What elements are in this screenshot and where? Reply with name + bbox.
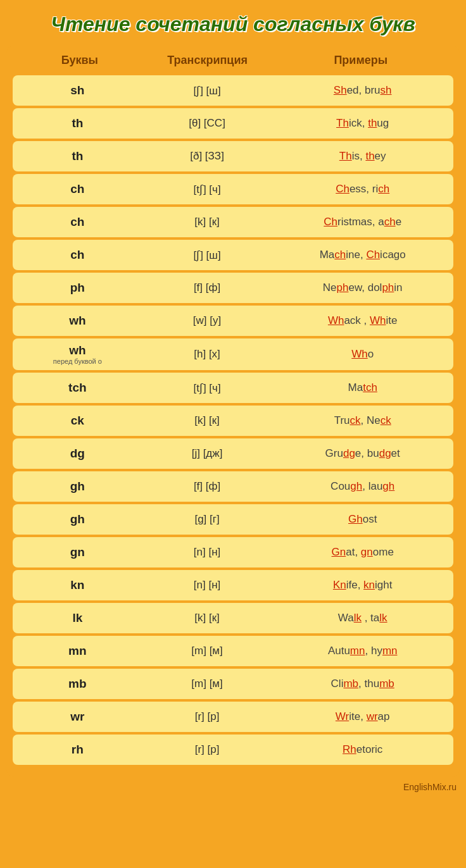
cell-letters: mb xyxy=(13,672,142,696)
cell-transcription: [j] [дж] xyxy=(142,442,272,465)
header-examples: Примеры xyxy=(272,54,450,67)
table-row: gh[f] [ф]Cough, laugh xyxy=(13,471,453,502)
cell-letters: gn xyxy=(13,540,142,564)
cell-examples: Chess, rich xyxy=(272,178,453,201)
table-row: wr[r] [р]Write, wrap xyxy=(13,702,453,732)
cell-examples: Match xyxy=(272,376,453,399)
cell-letters: ck xyxy=(13,409,142,433)
cell-transcription: [ð] [ЗЗ] xyxy=(142,145,272,168)
cell-transcription: [r] [р] xyxy=(142,738,272,761)
table-row: mb[m] [м]Climb, thumb xyxy=(13,669,453,699)
cell-transcription: [g] [г] xyxy=(142,508,272,531)
table-row: ph[f] [ф]Nephew, dolphin xyxy=(13,273,453,303)
cell-examples: Ghost xyxy=(272,508,453,531)
table-row: tch[tʃ] [ч]Match xyxy=(13,373,453,403)
cell-transcription: [f] [ф] xyxy=(142,276,272,299)
cell-examples: Rhetoric xyxy=(272,738,453,761)
cell-transcription: [k] [к] xyxy=(142,211,272,233)
cell-transcription: [k] [к] xyxy=(142,409,272,432)
cell-examples: Christmas, ache xyxy=(272,211,453,233)
cell-transcription: [m] [м] xyxy=(142,673,272,695)
cell-letters: th xyxy=(13,111,142,135)
main-table: Буквы Транскрипция Примеры sh[ʃ] [ш]Shed… xyxy=(6,46,460,777)
cell-transcription: [tʃ] [ч] xyxy=(142,376,272,400)
table-row: th[ð] [ЗЗ]This, they xyxy=(13,141,453,171)
cell-transcription: [k] [к] xyxy=(142,607,272,629)
cell-letters: ch xyxy=(13,177,142,201)
table-row: sh[ʃ] [ш]Shed, brush xyxy=(13,75,453,106)
cell-letters: gh xyxy=(13,507,142,531)
table-header: Буквы Транскрипция Примеры xyxy=(13,49,453,72)
table-row: mn[m] [м]Autumn, hymn xyxy=(13,636,453,666)
cell-examples: Whack , White xyxy=(272,309,453,332)
cell-letters: dg xyxy=(13,442,142,466)
cell-examples: Truck, Neck xyxy=(272,409,453,432)
cell-letters: ch xyxy=(13,210,142,234)
cell-examples: Thick, thug xyxy=(272,112,453,135)
cell-examples: Walk , talk xyxy=(272,607,453,629)
cell-letters: sh xyxy=(13,78,142,102)
table-row: rh[r] [р]Rhetoric xyxy=(13,735,453,765)
table-row: whперед буквой о[h] [х]Who xyxy=(13,338,453,370)
cell-transcription: [n] [н] xyxy=(142,541,272,564)
cell-examples: Shed, brush xyxy=(272,79,453,102)
cell-examples: Grudge, budget xyxy=(272,442,453,465)
cell-transcription: [f] [ф] xyxy=(142,475,272,498)
cell-transcription: [m] [м] xyxy=(142,640,272,662)
header-transcription: Транскрипция xyxy=(144,54,272,67)
table-row: dg[j] [дж]Grudge, budget xyxy=(13,438,453,469)
cell-letters: rh xyxy=(13,738,142,762)
cell-transcription: [n] [н] xyxy=(142,574,272,597)
cell-transcription: [θ] [СС] xyxy=(142,112,272,135)
cell-transcription: [r] [р] xyxy=(142,705,272,728)
table-row: kn[n] [н]Knife, knight xyxy=(13,570,453,600)
cell-letters: mn xyxy=(13,639,142,663)
cell-letters: tch xyxy=(13,376,142,400)
table-row: gn[n] [н]Gnat, gnome xyxy=(13,537,453,567)
cell-examples: This, they xyxy=(272,145,453,168)
cell-examples: Autumn, hymn xyxy=(272,640,453,662)
cell-letters: wr xyxy=(13,705,142,729)
table-row: lk[k] [к]Walk , talk xyxy=(13,603,453,633)
table-row: gh[g] [г]Ghost xyxy=(13,504,453,535)
cell-letters: ph xyxy=(13,276,142,300)
cell-letters: ch xyxy=(13,243,142,267)
cell-letters: gh xyxy=(13,474,142,499)
cell-examples: Nephew, dolphin xyxy=(272,276,453,299)
cell-letters: th xyxy=(13,144,142,168)
cell-transcription: [tʃ] [ч] xyxy=(142,178,272,201)
cell-examples: Climb, thumb xyxy=(272,673,453,695)
cell-transcription: [ʃ] [ш] xyxy=(142,79,272,102)
title: Чтение сочетаний согласных букв xyxy=(6,13,460,36)
cell-letters: wh xyxy=(13,309,142,333)
table-row: ck[k] [к]Truck, Neck xyxy=(13,406,453,436)
cell-letters: lk xyxy=(13,606,142,630)
cell-examples: Knife, knight xyxy=(272,574,453,597)
cell-examples: Gnat, gnome xyxy=(272,541,453,564)
cell-letters: whперед буквой о xyxy=(13,338,142,370)
cell-examples: Write, wrap xyxy=(272,705,453,728)
cell-transcription: [h] [х] xyxy=(142,343,272,366)
cell-examples: Machine, Chicago xyxy=(272,244,453,266)
table-row: th[θ] [СС]Thick, thug xyxy=(13,108,453,139)
cell-letters: kn xyxy=(13,573,142,597)
header-letters: Буквы xyxy=(16,54,144,67)
rows-container: sh[ʃ] [ш]Shed, brushth[θ] [СС]Thick, thu… xyxy=(13,75,453,765)
cell-transcription: [ʃ] [ш] xyxy=(142,244,272,267)
cell-examples: Who xyxy=(272,343,453,366)
cell-examples: Cough, laugh xyxy=(272,475,453,498)
table-row: wh[w] [у]Whack , White xyxy=(13,306,453,336)
cell-transcription: [w] [у] xyxy=(142,309,272,332)
table-row: ch[tʃ] [ч]Chess, rich xyxy=(13,174,453,204)
table-row: ch[k] [к]Christmas, ache xyxy=(13,207,453,237)
footer-text: EnglishMix.ru xyxy=(6,782,460,792)
table-row: ch[ʃ] [ш]Machine, Chicago xyxy=(13,240,453,270)
